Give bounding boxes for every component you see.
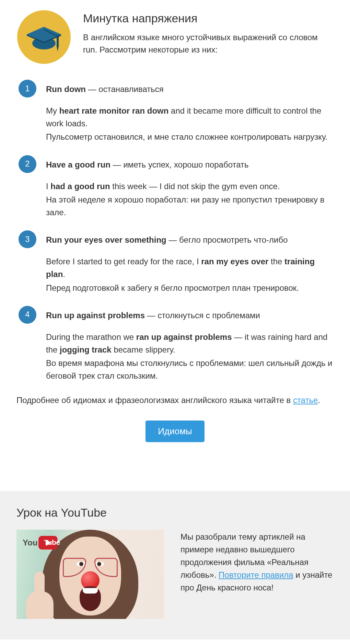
footer-paragraph: Подробнее об идиомах и фразеологизмах ан… (16, 394, 334, 406)
idiom-definition: иметь успех, хорошо поработать (123, 160, 248, 169)
youtube-thumbnail[interactable]: You Tube (16, 530, 164, 619)
idiom-term-line: Run down — останавливаться (46, 83, 334, 95)
idiom-definition: останавливаться (98, 84, 163, 94)
idiom-term: Run down (46, 84, 86, 94)
idiom-body: Have a good run — иметь успех, хорошо по… (46, 155, 334, 219)
article-link[interactable]: статье (293, 395, 318, 405)
header-text: Минутка напряжения В английском языке мн… (83, 10, 334, 56)
idiom-body: Run up against problems — столкнуться с … (46, 306, 334, 382)
idiom-translation: На этой неделе я хорошо поработал: ни ра… (46, 193, 334, 219)
idioms-button[interactable]: Идиомы (145, 421, 204, 442)
number-badge: 3 (19, 230, 36, 248)
person-illustration (59, 537, 121, 616)
idiom-item: 4 Run up against problems — столкнуться … (16, 306, 334, 382)
idiom-definition: бегло просмотреть что-либо (179, 235, 288, 244)
youtube-description: Мы разобрали тему артиклей на примере не… (180, 530, 334, 594)
youtube-heading: Урок на YouTube (16, 506, 334, 519)
youtube-row: You Tube Мы разобрали тему артиклей на п… (16, 530, 334, 619)
idiom-term-line: Run your eyes over something — бегло про… (46, 234, 334, 246)
main-content: Минутка напряжения В английском языке мн… (0, 0, 350, 463)
idiom-term-line: Run up against problems — столкнуться с … (46, 309, 334, 322)
svg-rect-6 (57, 36, 59, 47)
idiom-definition: столкнуться с проблемами (158, 311, 260, 320)
idiom-item: 3 Run your eyes over something — бегло п… (16, 230, 334, 294)
idiom-example: I had a good run this week — I did not s… (46, 180, 334, 193)
number-badge: 4 (19, 306, 36, 324)
idiom-item: 2 Have a good run — иметь успех, хорошо … (16, 155, 334, 219)
pointing-hand-icon (19, 571, 60, 619)
idiom-translation: Во время марафона мы столкнулись с пробл… (46, 357, 334, 382)
idiom-example: During the marathon we ran up against pr… (46, 331, 334, 356)
page-title: Минутка напряжения (83, 12, 334, 25)
idiom-term-line: Have a good run — иметь успех, хорошо по… (46, 159, 334, 171)
idiom-body: Run your eyes over something — бегло про… (46, 230, 334, 294)
review-rules-link[interactable]: Повторите правила (219, 570, 293, 579)
idiom-example: Before I started to get ready for the ra… (46, 255, 334, 280)
idiom-translation: Перед подготовкой к забегу я бегло просм… (46, 281, 334, 294)
page-intro: В английском языке много устойчивых выра… (83, 31, 334, 56)
youtube-section: Урок на YouTube You Tube (0, 491, 350, 640)
idiom-body: Run down — останавливаться My heart rate… (46, 80, 334, 143)
idiom-term: Have a good run (46, 160, 110, 169)
youtube-logo-icon: You Tube (23, 536, 58, 550)
idiom-item: 1 Run down — останавливаться My heart ra… (16, 80, 334, 143)
idiom-translation: Пульсометр остановился, и мне стало слож… (46, 130, 334, 143)
graduation-cap-icon (16, 10, 71, 65)
idiom-term: Run up against problems (46, 311, 145, 320)
cta-row: Идиомы (16, 421, 334, 442)
idiom-term: Run your eyes over something (46, 235, 166, 244)
header-row: Минутка напряжения В английском языке мн… (16, 10, 334, 65)
number-badge: 1 (19, 80, 36, 97)
number-badge: 2 (19, 155, 36, 173)
idiom-example: My heart rate monitor ran down and it be… (46, 104, 334, 130)
